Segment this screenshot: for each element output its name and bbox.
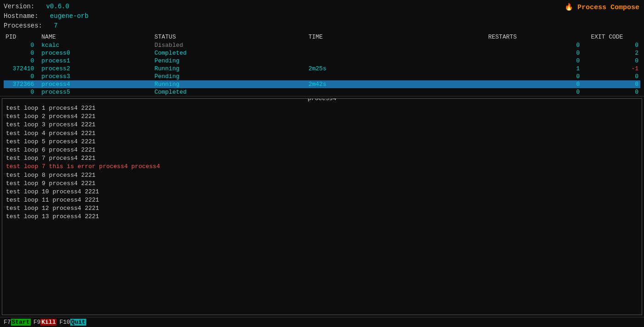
log-line: test loop 4 process4 2221 bbox=[6, 130, 638, 138]
cell-restarts: 0 bbox=[486, 88, 589, 96]
cell-time bbox=[307, 49, 486, 57]
footer-key-quit[interactable]: F10Quit bbox=[59, 319, 86, 326]
table-row[interactable]: 0kcalcDisabled00 bbox=[4, 41, 640, 49]
col-exit-code: EXIT CODE bbox=[589, 33, 640, 41]
cell-name: process0 bbox=[39, 49, 152, 57]
log-section: process4 test loop 1 process4 2221test l… bbox=[2, 98, 642, 315]
process-table-section: PID NAME STATUS TIME RESTARTS EXIT CODE … bbox=[0, 33, 644, 96]
cell-name: kcalc bbox=[39, 41, 152, 49]
cell-status: Completed bbox=[152, 88, 307, 96]
log-line: test loop 10 process4 2221 bbox=[6, 188, 638, 196]
version-label: Version: bbox=[4, 3, 34, 10]
process-table-body: 0kcalcDisabled000process0Completed020pro… bbox=[4, 41, 640, 96]
cell-exit-code: 0 bbox=[589, 80, 640, 88]
fkey-label: F7 bbox=[4, 319, 11, 326]
cell-time: 2m42s bbox=[307, 80, 486, 88]
hostname-line: Hostname: eugene-orb bbox=[4, 11, 640, 21]
cell-exit-code: 2 bbox=[589, 49, 640, 57]
table-row[interactable]: 0process1Pending00 bbox=[4, 57, 640, 65]
processes-line: Processes: 7 bbox=[4, 21, 640, 31]
hostname-value: eugene-orb bbox=[50, 12, 89, 20]
header-section: Version: v0.6.0 Hostname: eugene-orb Pro… bbox=[0, 0, 644, 33]
fkey-label: F9 bbox=[34, 319, 41, 326]
cell-time: 2m25s bbox=[307, 65, 486, 73]
cell-status: Pending bbox=[152, 73, 307, 80]
cell-restarts: 0 bbox=[486, 80, 589, 88]
cell-time bbox=[307, 73, 486, 80]
faction-label: Start bbox=[11, 319, 31, 326]
log-content[interactable]: test loop 1 process4 2221test loop 2 pro… bbox=[2, 101, 642, 315]
cell-name: process5 bbox=[39, 88, 152, 96]
table-row[interactable]: 372366process4Running2m42s00 bbox=[4, 80, 640, 88]
table-row[interactable]: 0process0Completed02 bbox=[4, 49, 640, 57]
log-line: test loop 5 process4 2221 bbox=[6, 138, 638, 146]
col-name: NAME bbox=[39, 33, 152, 41]
faction-label: Kill bbox=[40, 319, 56, 326]
process-table: PID NAME STATUS TIME RESTARTS EXIT CODE … bbox=[4, 33, 640, 96]
cell-restarts: 1 bbox=[486, 65, 589, 73]
cell-pid: 372410 bbox=[4, 65, 39, 73]
cell-name: process1 bbox=[39, 57, 152, 65]
processes-label: Processes: bbox=[4, 22, 42, 29]
cell-pid: 0 bbox=[4, 73, 39, 80]
cell-restarts: 0 bbox=[486, 73, 589, 80]
col-status: STATUS bbox=[152, 33, 307, 41]
table-row[interactable]: 0process3Pending00 bbox=[4, 73, 640, 80]
log-line: test loop 8 process4 2221 bbox=[6, 171, 638, 180]
log-line: test loop 11 process4 2221 bbox=[6, 196, 638, 204]
cell-restarts: 0 bbox=[486, 57, 589, 65]
col-pid: PID bbox=[4, 33, 39, 41]
cell-exit-code: 0 bbox=[589, 57, 640, 65]
cell-name: process3 bbox=[39, 73, 152, 80]
log-title: process4 bbox=[305, 98, 339, 102]
version-line: Version: v0.6.0 bbox=[4, 2, 640, 11]
hostname-label: Hostname: bbox=[4, 12, 39, 20]
cell-status: Pending bbox=[152, 57, 307, 65]
cell-name: process4 bbox=[39, 80, 152, 88]
footer-key-kill[interactable]: F9Kill bbox=[34, 319, 57, 326]
table-row[interactable]: 0process5Completed00 bbox=[4, 88, 640, 96]
cell-name: process2 bbox=[39, 65, 152, 73]
version-value: v0.6.0 bbox=[46, 3, 69, 10]
cell-pid: 0 bbox=[4, 88, 39, 96]
faction-label: Quit bbox=[70, 319, 86, 326]
cell-exit-code: 0 bbox=[589, 41, 640, 49]
log-line: test loop 6 process4 2221 bbox=[6, 146, 638, 154]
processes-value: 7 bbox=[54, 22, 57, 29]
log-line: test loop 12 process4 2221 bbox=[6, 204, 638, 213]
log-line: test loop 1 process4 2221 bbox=[6, 104, 638, 113]
footer-key-start[interactable]: F7Start bbox=[4, 319, 31, 326]
log-line: test loop 9 process4 2221 bbox=[6, 180, 638, 188]
cell-pid: 0 bbox=[4, 57, 39, 65]
app-title-text: Process Compose bbox=[577, 4, 639, 11]
cell-time bbox=[307, 57, 486, 65]
cell-status: Running bbox=[152, 65, 307, 73]
cell-status: Disabled bbox=[152, 41, 307, 49]
cell-restarts: 0 bbox=[486, 41, 589, 49]
log-line: test loop 3 process4 2221 bbox=[6, 121, 638, 129]
cell-time bbox=[307, 41, 486, 49]
cell-status: Running bbox=[152, 80, 307, 88]
app-title: 🔥 Process Compose bbox=[565, 3, 639, 11]
fkey-label: F10 bbox=[59, 319, 70, 326]
footer: F7StartF9KillF10Quit bbox=[0, 317, 644, 327]
cell-pid: 372366 bbox=[4, 80, 39, 88]
log-line: test loop 13 process4 2221 bbox=[6, 213, 638, 221]
table-header-row: PID NAME STATUS TIME RESTARTS EXIT CODE bbox=[4, 33, 640, 41]
cell-exit-code: -1 bbox=[589, 65, 640, 73]
cell-time bbox=[307, 88, 486, 96]
cell-pid: 0 bbox=[4, 49, 39, 57]
flame-icon: 🔥 bbox=[565, 4, 573, 11]
col-time: TIME bbox=[307, 33, 486, 41]
table-row[interactable]: 372410process2Running2m25s1-1 bbox=[4, 65, 640, 73]
cell-pid: 0 bbox=[4, 41, 39, 49]
cell-restarts: 0 bbox=[486, 49, 589, 57]
log-line: test loop 7 process4 2221 bbox=[6, 154, 638, 163]
cell-status: Completed bbox=[152, 49, 307, 57]
cell-exit-code: 0 bbox=[589, 88, 640, 96]
log-line: test loop 2 process4 2221 bbox=[6, 113, 638, 121]
cell-exit-code: 0 bbox=[589, 73, 640, 80]
log-line: test loop 7 this is error process4 proce… bbox=[6, 163, 638, 171]
col-restarts: RESTARTS bbox=[486, 33, 589, 41]
